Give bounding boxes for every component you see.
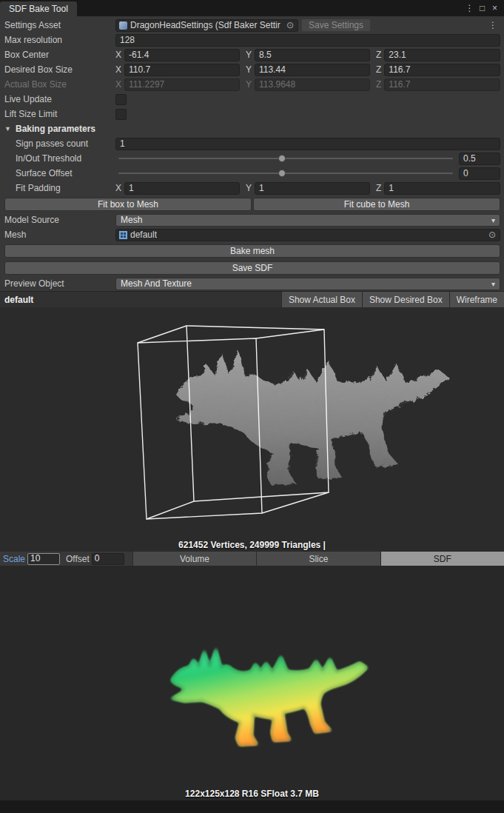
fit-padding-row: Fit Padding X 1 Y 1 Z 1 (0, 181, 504, 195)
in-out-threshold-input[interactable]: 0.5 (459, 153, 500, 165)
in-out-threshold-label: In/Out Threshold (4, 153, 112, 164)
surface-offset-slider[interactable] (118, 167, 453, 179)
slider-thumb[interactable] (278, 170, 286, 177)
preview-object-row: Preview Object Mesh And Texture ▾ (0, 276, 504, 291)
live-update-row: Live Update (0, 92, 504, 107)
tab-sdf[interactable]: SDF (380, 552, 504, 566)
mesh-preview-viewport[interactable]: 621452 Vertices, 249999 Triangles | (0, 307, 504, 552)
axis-y-label: Y (246, 50, 252, 60)
offset-input[interactable]: 0 (92, 553, 124, 565)
surface-offset-label: Surface Offset (4, 168, 112, 178)
actual-box-size-label: Actual Box Size (4, 79, 112, 90)
preview-object-value: Mesh And Texture (121, 278, 192, 289)
settings-kebab-icon[interactable]: ⋮ (485, 20, 500, 30)
bake-mesh-row: Bake mesh (0, 242, 504, 259)
desired-box-size-z-input[interactable]: 116.7 (384, 64, 500, 76)
show-actual-box-button[interactable]: Show Actual Box (281, 292, 362, 307)
axis-y-label: Y (246, 64, 252, 75)
fit-padding-x-input[interactable]: 1 (124, 182, 240, 195)
model-source-dropdown[interactable]: Mesh ▾ (115, 214, 500, 227)
sdf-view-tabs: Volume Slice SDF (132, 552, 504, 566)
offset-label[interactable]: Offset (66, 554, 90, 564)
bake-mesh-button[interactable]: Bake mesh (4, 244, 500, 258)
max-resolution-input[interactable]: 128 (115, 34, 500, 47)
preview-object-label: Preview Object (4, 278, 112, 289)
fit-padding-label: Fit Padding (4, 183, 112, 193)
object-picker-icon[interactable]: ⊙ (487, 230, 497, 240)
axis-x-label: X (115, 50, 121, 60)
lift-size-limit-checkbox[interactable] (115, 109, 127, 120)
desired-box-size-x-input[interactable]: 110.7 (124, 64, 240, 76)
sdf-preview-viewport[interactable]: 122x125x128 R16 SFloat 3.7 MB (0, 566, 504, 800)
tab-slice[interactable]: Slice (256, 552, 380, 566)
desired-box-size-y-input[interactable]: 113.44 (255, 64, 370, 76)
surface-offset-row: Surface Offset 0 (0, 166, 504, 181)
settings-asset-value: DragonHeadSettings (Sdf Baker Settir (130, 20, 280, 30)
actual-box-size-row: Actual Box Size X 111.2297 Y 113.9648 Z … (0, 77, 504, 92)
tab-sdf-bake-tool[interactable]: SDF Bake Tool (0, 1, 77, 16)
chevron-down-icon: ▾ (491, 216, 495, 224)
fit-padding-y-input[interactable]: 1 (255, 182, 370, 195)
baking-parameters-foldout[interactable]: ▼ Baking parameters (0, 121, 504, 136)
maximize-icon[interactable]: □ (476, 3, 488, 13)
settings-asset-field[interactable]: DragonHeadSettings (Sdf Baker Settir ⊙ (115, 19, 298, 32)
desired-box-size-row: Desired Box Size X 110.7 Y 113.44 Z 116.… (0, 62, 504, 77)
bottom-strip (0, 800, 504, 813)
max-resolution-label: Max resolution (4, 35, 112, 45)
window-title: SDF Bake Tool (9, 4, 68, 14)
box-center-z-input[interactable]: 23.1 (384, 49, 500, 61)
model-source-row: Model Source Mesh ▾ (0, 213, 504, 227)
wireframe-button[interactable]: Wireframe (449, 292, 504, 307)
window-menu-icon[interactable]: ⋮ (463, 3, 476, 13)
box-center-y-input[interactable]: 8.5 (255, 49, 370, 61)
preview-toolbar-buttons: Show Actual Box Show Desired Box Wirefra… (281, 292, 504, 307)
axis-z-label: Z (376, 79, 381, 90)
fit-padding-z-input[interactable]: 1 (384, 182, 500, 195)
sdf-view-controls: Scale 10 Offset 0 Volume Slice SDF (0, 552, 504, 566)
actual-box-size-x-value: 111.2297 (124, 78, 240, 91)
axis-z-label: Z (376, 183, 381, 193)
lift-size-limit-row: Lift Size Limit (0, 107, 504, 121)
slider-thumb[interactable] (278, 155, 286, 162)
tab-volume[interactable]: Volume (132, 552, 256, 566)
box-center-x-input[interactable]: -61.4 (124, 49, 240, 61)
in-out-threshold-row: In/Out Threshold 0.5 (0, 151, 504, 166)
settings-asset-label: Settings Asset (4, 20, 112, 30)
fit-box-to-mesh-button[interactable]: Fit box to Mesh (4, 198, 252, 211)
save-settings-button[interactable]: Save Settings (301, 19, 371, 32)
mesh-icon (119, 231, 127, 239)
scale-input[interactable]: 10 (27, 553, 60, 565)
window-controls: ⋮ □ × (463, 0, 504, 16)
axis-x-label: X (115, 64, 121, 75)
fit-cube-to-mesh-button[interactable]: Fit cube to Mesh (253, 198, 500, 211)
baking-parameters-label: Baking parameters (16, 124, 500, 134)
close-icon[interactable]: × (488, 3, 501, 13)
actual-box-size-z-value: 116.7 (384, 78, 500, 91)
inspector-rows: Settings Asset DragonHeadSettings (Sdf B… (0, 16, 504, 291)
lift-size-limit-label: Lift Size Limit (4, 109, 112, 119)
scale-label[interactable]: Scale (3, 554, 25, 564)
live-update-checkbox[interactable] (115, 94, 127, 105)
model-source-value: Mesh (121, 215, 142, 225)
max-resolution-row: Max resolution 128 (0, 33, 504, 47)
sign-passes-count-row: Sign passes count 1 (0, 136, 504, 151)
preview-object-dropdown[interactable]: Mesh And Texture ▾ (115, 278, 500, 290)
show-desired-box-button[interactable]: Show Desired Box (362, 292, 449, 307)
surface-offset-input[interactable]: 0 (459, 167, 500, 180)
settings-asset-icon (119, 21, 127, 30)
desired-box-size-label: Desired Box Size (4, 64, 112, 75)
axis-z-label: Z (376, 64, 381, 75)
object-picker-icon[interactable]: ⊙ (285, 20, 295, 30)
foldout-arrow-icon: ▼ (4, 125, 13, 133)
sign-passes-count-input[interactable]: 1 (115, 138, 500, 150)
settings-asset-row: Settings Asset DragonHeadSettings (Sdf B… (0, 18, 504, 33)
sign-passes-count-label: Sign passes count (4, 138, 112, 149)
save-sdf-button[interactable]: Save SDF (4, 261, 500, 275)
mesh-label: Mesh (4, 230, 112, 240)
actual-box-size-y-value: 113.9648 (255, 78, 370, 91)
mesh-object-field[interactable]: default ⊙ (115, 229, 500, 241)
preview-mesh-name: default (4, 295, 33, 305)
save-sdf-row: Save SDF (0, 259, 504, 276)
in-out-threshold-slider[interactable] (118, 153, 453, 164)
window-tab-bar: SDF Bake Tool ⋮ □ × (0, 0, 504, 16)
